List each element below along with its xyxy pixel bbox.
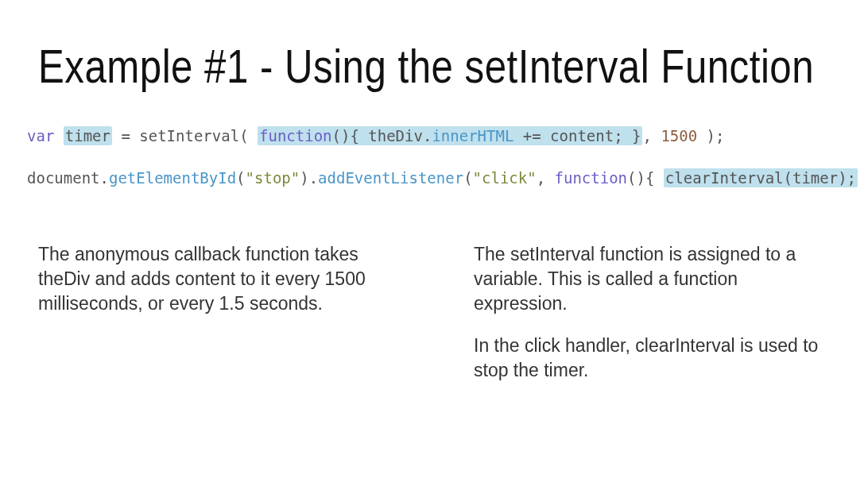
code-text: ( bbox=[236, 169, 245, 187]
slide-title: Example #1 - Using the setInterval Funct… bbox=[38, 40, 830, 92]
code-func-getelementbyid: getElementById bbox=[109, 169, 236, 187]
code-clearinterval-highlight: clearInterval(timer); bbox=[664, 168, 858, 187]
code-prop-innerhtml: innerHTML bbox=[432, 127, 513, 145]
right-paragraph-1: The setInterval function is assigned to … bbox=[474, 242, 830, 316]
code-keyword-function: function bbox=[555, 169, 628, 187]
explanation-columns: The anonymous callback function takes th… bbox=[38, 242, 830, 400]
code-string-stop: "stop" bbox=[246, 169, 300, 187]
code-text: ). bbox=[300, 169, 318, 187]
code-text: (){ theDiv. bbox=[332, 127, 432, 145]
code-text: document. bbox=[27, 169, 109, 187]
code-space bbox=[54, 127, 63, 145]
code-text: ( bbox=[463, 169, 472, 187]
code-callback-highlight: function(){ theDiv.innerHTML += content;… bbox=[258, 126, 642, 145]
code-line-1: var timer = setInterval( function(){ the… bbox=[27, 125, 846, 147]
slide: Example #1 - Using the setInterval Funct… bbox=[0, 0, 868, 486]
code-text: , bbox=[642, 127, 661, 145]
code-string-click: "click" bbox=[473, 169, 537, 187]
code-keyword-function: function bbox=[259, 127, 332, 145]
code-line-2: document.getElementById("stop").addEvent… bbox=[27, 168, 846, 189]
code-block: var timer = setInterval( function(){ the… bbox=[27, 125, 846, 188]
code-text: }); bbox=[858, 169, 868, 187]
code-keyword-var: var bbox=[27, 127, 54, 145]
right-column: The setInterval function is assigned to … bbox=[474, 242, 830, 400]
left-column: The anonymous callback function takes th… bbox=[38, 242, 394, 400]
code-func-addeventlistener: addEventListener bbox=[318, 169, 463, 187]
code-var-timer-highlight: timer bbox=[64, 126, 112, 145]
code-text: (){ bbox=[627, 169, 664, 187]
left-paragraph-1: The anonymous callback function takes th… bbox=[38, 242, 394, 316]
code-number: 1500 bbox=[661, 127, 697, 145]
code-text: = setInterval( bbox=[112, 127, 258, 145]
code-text: , bbox=[537, 169, 555, 187]
right-paragraph-2: In the click handler, clearInterval is u… bbox=[474, 334, 830, 383]
code-text: ); bbox=[697, 127, 724, 145]
code-text: += content; } bbox=[513, 127, 641, 145]
